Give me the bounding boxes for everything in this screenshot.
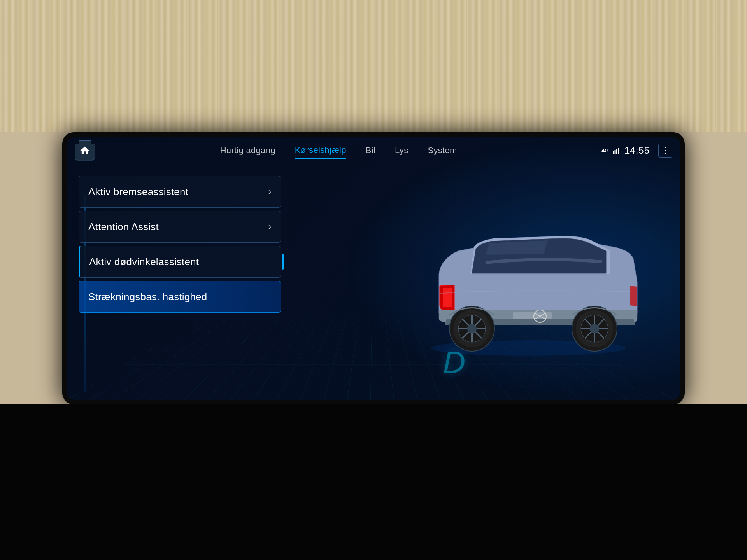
menu-item-attention-assist[interactable]: Attention Assist › (79, 211, 281, 243)
scroll-indicator (282, 254, 284, 270)
menu-dot-2 (665, 150, 666, 151)
below-screen (0, 404, 747, 560)
svg-rect-2 (616, 149, 617, 154)
svg-point-16 (467, 324, 477, 333)
left-panel: Aktiv bremseassistent › Attention Assist… (79, 172, 281, 392)
svg-rect-3 (618, 148, 619, 154)
chevron-right-icon: › (268, 187, 271, 197)
svg-rect-0 (613, 151, 614, 154)
svg-rect-1 (614, 150, 615, 154)
time-display: 14:55 (624, 145, 650, 156)
home-icon (79, 145, 90, 156)
network-badge: 4G (601, 147, 609, 154)
menu-dot-3 (665, 153, 666, 154)
car-svg (408, 204, 649, 360)
tab-lys[interactable]: Lys (395, 142, 408, 159)
right-panel: D (293, 172, 668, 392)
nav-tabs: Hurtig adgang Kørselshjælp Bil Lys Syste… (75, 142, 601, 159)
menu-item-straekningsbas-hastighed[interactable]: Strækningsbas. hastighed (79, 281, 281, 313)
menu-dot-1 (665, 147, 666, 148)
menu-item-aktiv-dodvinkelassistent[interactable]: Aktiv dødvinkelassistent (79, 246, 281, 278)
chevron-right-icon: › (268, 222, 271, 232)
header-bar: Hurtig adgang Kørselshjælp Bil Lys Syste… (67, 137, 680, 164)
main-content: Aktiv bremseassistent › Attention Assist… (67, 164, 680, 400)
status-bar: 4G 14:55 (601, 144, 672, 158)
tab-bil[interactable]: Bil (366, 142, 375, 159)
menu-button[interactable] (658, 144, 672, 158)
menu-item-label: Attention Assist (88, 221, 268, 233)
svg-rect-25 (513, 312, 552, 319)
screen-inner: Hurtig adgang Kørselshjælp Bil Lys Syste… (67, 137, 680, 400)
tab-korselshjælp[interactable]: Kørselshjælp (295, 142, 346, 159)
screen-outer: Hurtig adgang Kørselshjælp Bil Lys Syste… (62, 132, 685, 404)
menu-item-label: Aktiv bremseassistent (88, 186, 268, 198)
menu-item-aktiv-bremseassistent[interactable]: Aktiv bremseassistent › (79, 176, 281, 208)
wood-background (0, 0, 747, 132)
signal-icon (613, 147, 621, 154)
tab-system[interactable]: System (428, 142, 457, 159)
grid-letter: D (443, 345, 465, 380)
tab-hurtig-adgang[interactable]: Hurtig adgang (220, 142, 275, 159)
menu-item-label: Aktiv dødvinkelassistent (89, 256, 271, 268)
svg-point-24 (590, 324, 599, 333)
car-container (396, 172, 661, 392)
menu-item-label: Strækningsbas. hastighed (88, 291, 271, 303)
